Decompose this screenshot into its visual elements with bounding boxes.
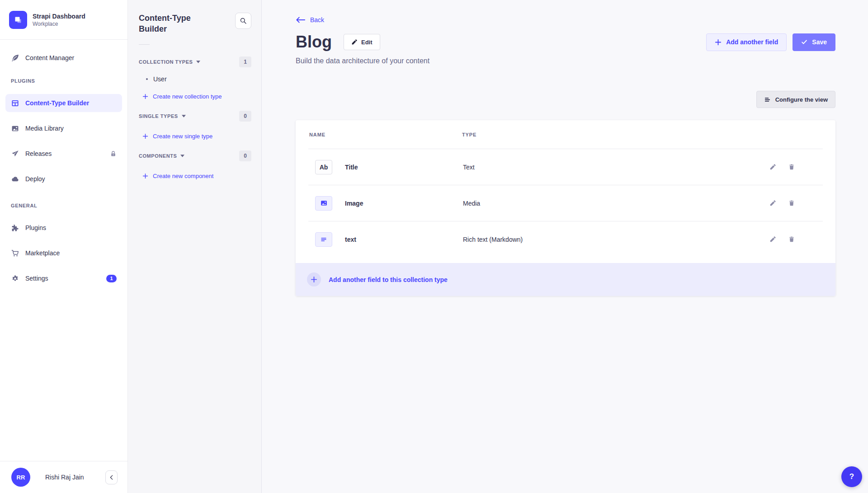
main-sidebar: Strapi Dashboard Workplace Content Manag… [0, 0, 128, 493]
edit-button[interactable]: Edit [344, 34, 380, 50]
add-field-to-collection-label: Add another field to this collection typ… [329, 276, 448, 283]
sidebar-item-label: Releases [25, 150, 52, 157]
field-name: text [345, 236, 463, 243]
edit-field-button[interactable] [769, 200, 776, 207]
edit-label: Edit [361, 39, 373, 46]
picture-icon [11, 124, 19, 132]
cloud-icon [11, 175, 19, 183]
fields-card: NAME TYPE Ab Title Text [296, 120, 835, 296]
delete-field-button[interactable] [788, 200, 795, 207]
column-header-type: TYPE [462, 132, 823, 137]
table-row: Ab Title Text [308, 149, 823, 185]
sidebar-item-releases[interactable]: Releases [5, 145, 122, 163]
components-count: 0 [239, 150, 251, 161]
back-link[interactable]: Back [296, 16, 324, 23]
configure-view-label: Configure the view [775, 96, 828, 103]
trash-icon [788, 200, 795, 207]
single-types-count: 0 [239, 111, 251, 122]
media-field-icon [315, 196, 332, 211]
create-component-link[interactable]: Create new component [139, 168, 251, 184]
field-name: Image [345, 200, 463, 207]
add-field-to-collection-button[interactable]: Add another field to this collection typ… [296, 263, 835, 296]
delete-field-button[interactable] [788, 164, 795, 170]
strapi-logo-icon [9, 11, 27, 29]
single-types-label: SINGLE TYPES [139, 113, 178, 119]
save-button[interactable]: Save [793, 33, 835, 51]
page-title: Blog [296, 33, 332, 51]
collection-type-label: User [153, 75, 167, 83]
layout-grid-icon [11, 99, 19, 107]
column-header-name: NAME [309, 132, 462, 137]
plus-icon [142, 94, 148, 99]
configure-view-button[interactable]: Configure the view [756, 91, 835, 108]
subnav-divider [139, 44, 150, 45]
collapse-sidebar-button[interactable] [105, 470, 118, 484]
collection-types-label: COLLECTION TYPES [139, 59, 193, 65]
back-label: Back [310, 16, 324, 23]
sidebar-item-settings[interactable]: Settings 1 [5, 269, 122, 287]
gear-icon [11, 274, 19, 282]
field-type: Media [463, 200, 769, 207]
sidebar-item-marketplace[interactable]: Marketplace [5, 244, 122, 262]
text-field-icon: Ab [315, 160, 332, 174]
single-types-header[interactable]: SINGLE TYPES 0 [139, 111, 251, 122]
pencil-icon [769, 236, 776, 243]
components-header[interactable]: COMPONENTS 0 [139, 150, 251, 161]
add-another-field-button[interactable]: Add another field [706, 33, 787, 51]
richtext-field-icon [315, 232, 332, 247]
help-button[interactable]: ? [841, 466, 862, 487]
pencil-icon [769, 200, 776, 207]
plus-icon [715, 39, 722, 46]
puzzle-icon [11, 224, 19, 232]
lock-icon [110, 150, 117, 157]
sidebar-item-label: Marketplace [25, 249, 60, 257]
sidebar-item-label: Settings [25, 275, 48, 282]
sidebar-item-content-type-builder[interactable]: Content-Type Builder [5, 94, 122, 112]
sidebar-user-footer: RR Rishi Raj Jain [0, 461, 127, 493]
edit-field-button[interactable] [769, 236, 776, 243]
pencil-icon [351, 39, 357, 45]
plus-icon [142, 173, 148, 179]
chevron-down-icon [180, 155, 184, 157]
sidebar-section-general: GENERAL [5, 202, 122, 209]
collection-types-header[interactable]: COLLECTION TYPES 1 [139, 56, 251, 67]
create-collection-type-link[interactable]: Create new collection type [139, 88, 251, 104]
sidebar-item-deploy[interactable]: Deploy [5, 170, 122, 188]
main-content: Back Blog Edit Add another field [262, 0, 868, 493]
arrow-left-icon [296, 16, 306, 23]
search-button[interactable] [235, 13, 251, 29]
trash-icon [788, 236, 795, 243]
feather-icon [11, 54, 19, 62]
cart-icon [11, 249, 19, 257]
user-avatar[interactable]: RR [11, 468, 30, 487]
workspace-name: Workplace [33, 20, 85, 28]
sidebar-item-label: Media Library [25, 125, 64, 132]
plus-icon [142, 133, 148, 139]
create-single-type-link[interactable]: Create new single type [139, 128, 251, 144]
paper-plane-icon [11, 150, 19, 158]
settings-notification-badge: 1 [106, 275, 117, 282]
table-header: NAME TYPE [296, 120, 835, 149]
collection-type-item-user[interactable]: User [139, 70, 251, 88]
sidebar-item-media-library[interactable]: Media Library [5, 119, 122, 137]
content-type-builder-subnav: Content-Type Builder COLLECTION TYPES 1 … [128, 0, 262, 493]
page-subtitle: Build the data architecture of your cont… [296, 57, 835, 65]
sidebar-item-plugins[interactable]: Plugins [5, 219, 122, 237]
search-icon [240, 17, 247, 24]
sidebar-item-content-manager[interactable]: Content Manager [5, 49, 122, 67]
sidebar-item-label: Content Manager [25, 54, 74, 61]
sidebar-item-label: Plugins [25, 224, 46, 231]
trash-icon [788, 164, 795, 170]
workspace-header[interactable]: Strapi Dashboard Workplace [0, 0, 127, 40]
user-name: Rishi Raj Jain [45, 474, 84, 481]
sidebar-section-plugins: PLUGINS [5, 78, 122, 84]
sidebar-item-label: Deploy [25, 175, 45, 183]
create-single-type-label: Create new single type [153, 133, 212, 140]
edit-field-button[interactable] [769, 164, 776, 170]
checkmark-icon [801, 39, 807, 45]
delete-field-button[interactable] [788, 236, 795, 243]
field-type: Text [463, 164, 769, 171]
chevron-down-icon [182, 115, 186, 117]
field-name: Title [345, 164, 463, 171]
pencil-icon [769, 164, 776, 170]
